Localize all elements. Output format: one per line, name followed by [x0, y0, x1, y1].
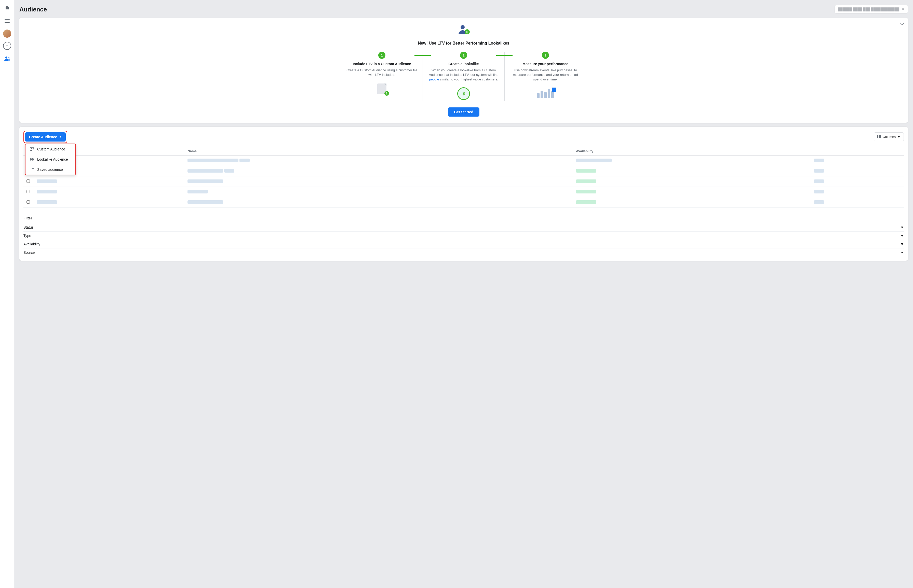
custom-audience-item[interactable]: Custom Audience — [26, 144, 75, 154]
menu-icon[interactable] — [3, 16, 12, 26]
action-cell — [814, 158, 824, 162]
folder-icon — [29, 167, 35, 172]
svg-rect-2 — [5, 22, 10, 23]
step-1-title: Include LTV in a Custom Audience — [346, 62, 418, 66]
audience-dropdown-menu: Custom Audience Look — [25, 144, 76, 175]
columns-chevron-icon: ▼ — [897, 135, 900, 139]
lookalike-icon — [29, 157, 35, 162]
step-2-title: Create a lookalike — [428, 62, 499, 66]
create-audience-wrapper: Create Audience ▼ — [25, 132, 66, 142]
people-link[interactable]: people — [429, 78, 439, 81]
step-3-illustration — [510, 86, 581, 101]
ltv-banner: $ New! Use LTV for Better Performing Loo… — [19, 18, 908, 123]
name-cell — [188, 179, 223, 183]
step-1-illustration: $ — [346, 81, 418, 97]
performance-dot — [552, 87, 556, 92]
filter-type[interactable]: Type ▼ — [23, 232, 904, 240]
step-2-circle: 2 — [460, 52, 467, 59]
account-dropdown-label: ██████ ████ ███ ████████████ — [838, 7, 899, 11]
action-cell — [814, 179, 824, 183]
name-cell — [188, 169, 223, 173]
page-title: Audience — [19, 6, 47, 13]
account-dropdown[interactable]: ██████ ████ ███ ████████████ ▼ — [835, 5, 908, 13]
svg-point-12 — [30, 158, 32, 160]
row-checkbox[interactable] — [26, 190, 30, 193]
step-3-title: Measure your performance — [510, 62, 581, 66]
svg-point-4 — [8, 57, 10, 58]
custom-audience-label: Custom Audience — [37, 147, 65, 151]
filter-source-chevron: ▼ — [900, 250, 904, 255]
availability-cell — [576, 190, 596, 194]
get-started-button[interactable]: Get Started — [448, 107, 479, 116]
name-tag — [240, 158, 250, 162]
step-1-circle: 1 — [378, 52, 385, 59]
filter-status-label: Status — [23, 225, 34, 229]
columns-label: Columns — [883, 135, 896, 139]
table-row — [23, 176, 904, 187]
filter-availability[interactable]: Availability ▼ — [23, 240, 904, 249]
filter-status-chevron: ▼ — [900, 225, 904, 229]
name-cell — [188, 200, 223, 204]
circle-dollar: $ — [457, 87, 470, 100]
actions-col-header — [811, 147, 904, 155]
person-card-icon — [29, 147, 35, 152]
step-3-circle: 3 — [542, 52, 549, 59]
svg-rect-15 — [879, 135, 880, 138]
table-row — [23, 187, 904, 197]
columns-button[interactable]: Columns ▼ — [874, 132, 904, 141]
availability-col-header: Availability — [573, 147, 811, 155]
audience-id-cell — [37, 179, 57, 183]
table-row — [23, 155, 904, 166]
ltv-step-1: 1 Include LTV in a Custom Audience Creat… — [341, 52, 423, 97]
svg-point-9 — [31, 148, 32, 149]
columns-icon — [877, 135, 881, 139]
name-col-header: Name — [185, 147, 573, 155]
step-2-desc: When you create a lookalike from a Custo… — [428, 68, 499, 82]
create-audience-button[interactable]: Create Audience ▼ — [25, 132, 66, 142]
sidebar: + — [0, 0, 14, 588]
audience-id-cell — [37, 200, 57, 204]
filter-section: Filter Status ▼ Type ▼ Availability ▼ So… — [23, 212, 904, 257]
name-cell — [188, 190, 208, 194]
collapse-button[interactable] — [900, 22, 904, 26]
svg-point-3 — [5, 57, 7, 58]
filter-source-label: Source — [23, 250, 35, 255]
filter-status[interactable]: Status ▼ — [23, 223, 904, 232]
svg-text:$: $ — [466, 30, 468, 34]
saved-audience-item[interactable]: Saved audience — [26, 165, 75, 174]
dollar-badge-1: $ — [384, 91, 389, 96]
action-cell — [814, 169, 824, 173]
ltv-step-2: 2 Create a lookalike When you create a l… — [423, 52, 504, 101]
row-checkbox[interactable] — [26, 179, 30, 183]
ltv-banner-title: New! Use LTV for Better Performing Looka… — [26, 41, 902, 45]
availability-cell — [576, 169, 596, 173]
lookalike-audience-label: Lookalike Audience — [37, 157, 68, 162]
audience-section: Create Audience ▼ — [19, 127, 908, 261]
create-audience-area: Create Audience ▼ — [23, 131, 67, 143]
create-audience-label: Create Audience — [29, 135, 57, 139]
availability-cell — [576, 158, 612, 162]
saved-audience-label: Saved audience — [37, 168, 63, 171]
audience-id-cell — [37, 190, 57, 194]
filter-availability-label: Availability — [23, 242, 40, 246]
filter-source[interactable]: Source ▼ — [23, 249, 904, 257]
step-2-illustration: $ — [428, 86, 499, 101]
page-header: Audience ██████ ████ ███ ████████████ ▼ — [19, 5, 908, 13]
filter-type-chevron: ▼ — [900, 234, 904, 238]
people-icon[interactable] — [3, 54, 12, 63]
filter-title: Filter — [23, 216, 904, 220]
row-checkbox[interactable] — [26, 200, 30, 204]
caret-icon: ▼ — [59, 136, 62, 138]
home-icon[interactable] — [3, 3, 12, 12]
avatar[interactable] — [3, 29, 11, 38]
chevron-down-icon: ▼ — [901, 7, 905, 11]
audience-toolbar: Create Audience ▼ — [23, 131, 904, 143]
filter-type-label: Type — [23, 234, 31, 238]
table-row — [23, 197, 904, 207]
ltv-main-icon: $ — [456, 24, 471, 39]
lookalike-audience-item[interactable]: Lookalike Audience — [26, 154, 75, 165]
svg-point-5 — [461, 25, 465, 29]
plus-icon[interactable]: + — [3, 42, 11, 50]
svg-rect-0 — [5, 19, 10, 19]
ltv-step-3: 3 Measure your performance Use downstrea… — [505, 52, 586, 101]
